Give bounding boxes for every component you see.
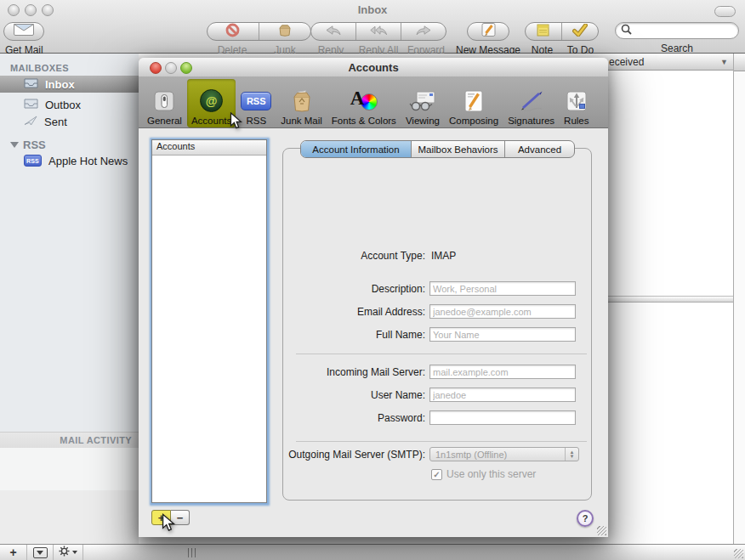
forward-arrow-icon — [416, 24, 431, 39]
forward-button[interactable] — [401, 23, 446, 40]
sticky-note-icon — [537, 24, 549, 40]
email-address-label: Email Address: — [266, 306, 425, 318]
help-button[interactable]: ? — [577, 510, 594, 527]
main-window-titlebar-toolbar: Inbox Get Mail — [0, 0, 745, 54]
tab-advanced[interactable]: Advanced — [504, 141, 574, 157]
reply-all-button[interactable] — [355, 23, 401, 40]
accounts-preferences-dialog: Accounts General @ Accounts RSS RSS — [139, 58, 608, 537]
rss-section-label: RSS — [23, 139, 46, 151]
full-name-label: Full Name: — [266, 329, 425, 341]
preferences-toolbar: General @ Accounts RSS RSS Junk Mail A — [139, 76, 608, 128]
prohibition-icon — [225, 23, 240, 41]
disclosure-triangle-icon[interactable] — [10, 142, 19, 148]
full-name-field[interactable] — [429, 327, 576, 342]
search-icon — [621, 23, 632, 38]
account-type-value: IMAP — [431, 250, 456, 262]
pref-tab-composing[interactable]: Composing — [445, 79, 503, 127]
description-field[interactable] — [429, 281, 576, 296]
sidebar-splitter-handle[interactable] — [188, 548, 196, 557]
mouse-cursor-on-add-button — [162, 513, 175, 536]
pref-tab-signatures[interactable]: Signatures — [503, 79, 559, 127]
sidebar-section-rss[interactable]: RSS — [0, 137, 139, 152]
password-field[interactable] — [429, 410, 576, 425]
sidebar-item-label: Inbox — [45, 78, 75, 91]
note-todo-group: Note To Do — [523, 22, 600, 56]
todo-button[interactable] — [561, 23, 598, 40]
pref-tab-label: Composing — [449, 116, 498, 126]
mail-activity-panel — [0, 448, 139, 490]
mail-activity-label: MAIL ACTIVITY — [60, 435, 132, 445]
fonts-colors-icon: A — [350, 89, 378, 112]
incoming-server-field[interactable] — [429, 365, 576, 379]
mail-activity-panel-lower — [0, 490, 139, 544]
use-only-this-server-checkbox[interactable]: ✓ — [431, 469, 442, 480]
scrollbar-header-cap — [734, 54, 745, 71]
smtp-server-dropdown[interactable]: 1n1smtp (Offline) ▲▼ — [429, 447, 579, 461]
dialog-titlebar[interactable]: Accounts — [139, 58, 608, 76]
dialog-resize-grip[interactable] — [597, 526, 606, 535]
sidebar-item-apple-hot-news[interactable]: RSS Apple Hot News — [0, 153, 139, 168]
reply-group: Reply Reply All Forward — [307, 22, 450, 56]
pref-tab-viewing[interactable]: Viewing — [401, 79, 444, 127]
show-action-menu-button[interactable] — [27, 545, 53, 560]
branching-arrows-icon — [565, 87, 589, 115]
reply-arrow-icon — [326, 24, 341, 39]
column-header-text: eceived — [609, 56, 644, 68]
search-label: Search — [657, 42, 697, 54]
new-message-button[interactable] — [467, 22, 509, 41]
new-message-group: New Message — [452, 22, 524, 56]
search-field[interactable] — [615, 22, 739, 39]
junk-button[interactable] — [259, 23, 310, 40]
mail-app-screen: Inbox Get Mail — [0, 0, 745, 560]
toolbar-toggle-pill[interactable] — [714, 6, 736, 17]
glasses-envelope-icon — [409, 87, 436, 115]
user-name-label: User Name: — [266, 389, 425, 401]
pref-tab-fonts-colors[interactable]: A Fonts & Colors — [327, 79, 401, 127]
rss-badge-icon: RSS — [24, 155, 42, 167]
use-only-this-server-label: Use only this server — [446, 468, 536, 480]
get-mail-button[interactable] — [3, 22, 44, 41]
pref-tab-general[interactable]: General — [143, 79, 186, 127]
tab-account-information[interactable]: Account Information — [301, 141, 411, 157]
action-gear-button[interactable] — [54, 545, 82, 560]
pref-tab-label: Fonts & Colors — [332, 116, 396, 126]
vertical-scrollbar-track[interactable] — [733, 54, 745, 544]
accounts-list[interactable]: Accounts — [151, 139, 267, 503]
window-resize-grip[interactable] — [734, 549, 743, 558]
junk-bag-icon — [278, 24, 292, 40]
reply-button[interactable] — [311, 23, 355, 40]
add-mailbox-button[interactable]: + — [0, 545, 26, 560]
pref-tab-junk-mail[interactable]: Junk Mail — [276, 79, 327, 127]
mailbox-sidebar: MAILBOXES Inbox Outbox Sent RSS — [0, 54, 139, 544]
search-group: Search — [615, 22, 739, 54]
at-sign-icon: @ — [200, 89, 223, 112]
email-address-field[interactable] — [429, 304, 576, 319]
mailboxes-section-header: MAILBOXES — [10, 63, 69, 73]
inbox-tray-icon — [22, 78, 38, 91]
delete-junk-group: Delete Junk — [206, 22, 311, 56]
search-input[interactable] — [632, 24, 729, 37]
sidebar-item-outbox[interactable]: Outbox — [0, 97, 139, 112]
note-button[interactable] — [526, 23, 561, 40]
dialog-minimize-button[interactable] — [165, 62, 177, 74]
dialog-zoom-button[interactable] — [180, 62, 192, 74]
sidebar-item-sent[interactable]: Sent — [0, 114, 139, 129]
user-name-field[interactable] — [429, 387, 576, 402]
form-divider — [296, 354, 587, 354]
pref-tab-label: RSS — [246, 116, 266, 126]
pref-tab-accounts[interactable]: @ Accounts — [187, 79, 236, 127]
tab-mailbox-behaviors[interactable]: Mailbox Behaviors — [411, 141, 504, 157]
reply-all-arrow-icon — [370, 24, 388, 39]
dialog-close-button[interactable] — [150, 62, 162, 74]
bottom-bar-divider — [82, 545, 83, 560]
get-mail-segment[interactable] — [4, 23, 43, 40]
delete-button[interactable] — [208, 23, 259, 40]
compose-pencil-icon — [481, 23, 496, 40]
pref-tab-rules[interactable]: Rules — [560, 79, 593, 127]
sidebar-item-inbox[interactable]: Inbox — [0, 76, 139, 93]
form-divider — [296, 441, 587, 442]
paper-plane-icon — [22, 116, 37, 128]
mail-activity-header: MAIL ACTIVITY — [0, 432, 139, 448]
outbox-tray-icon — [22, 99, 38, 111]
pref-tab-rss[interactable]: RSS RSS — [236, 79, 276, 127]
